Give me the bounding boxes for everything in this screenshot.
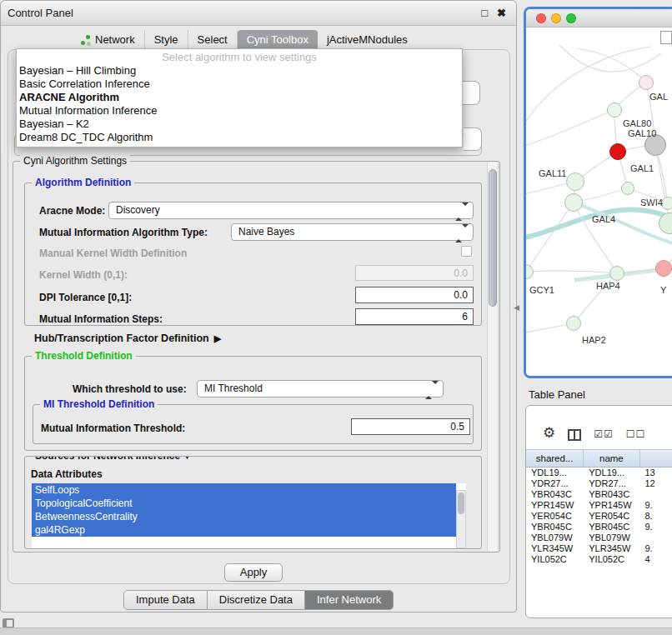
table-row[interactable]: YER054CYER054C8. (526, 511, 672, 522)
table-row[interactable]: YLR345WYLR345W9. (526, 543, 672, 554)
gear-icon[interactable]: ⚙ (543, 426, 555, 441)
network-titlebar[interactable] (526, 9, 672, 28)
network-view-window[interactable]: GALGAL80GAL10GAL11GAL1SWI4GAL4GCY1HAP4YH… (524, 7, 672, 378)
table-row[interactable]: YBL079WYBL079W (526, 532, 672, 543)
close-light[interactable] (536, 13, 546, 23)
table-cell: YPR145W (526, 500, 584, 511)
bottom-tabs: Impute DataDiscretize DataInfer Network (123, 590, 394, 610)
node-label-gal11: GAL11 (539, 168, 566, 178)
aracne-mode-select[interactable]: Discovery (108, 202, 474, 219)
algorithm-option-basic-correlation-inference[interactable]: Basic Correlation Inference (17, 78, 462, 91)
tab-jactivemnodules[interactable]: jActiveMNodules (318, 30, 417, 49)
data-attribute-item-selfloops[interactable]: SelfLoops (32, 483, 456, 497)
network-node-pink-right[interactable] (655, 260, 672, 277)
dpi-tolerance-value: 0.0 (356, 288, 468, 302)
columns-icon[interactable] (568, 429, 581, 441)
hub-definition-label: Hub/Transcription Factor Definition (34, 332, 209, 344)
algorithm-option-bayesian-hill-climbing[interactable]: Bayesian – Hill Climbing (17, 64, 462, 78)
mi-threshold-value: 0.5 (352, 419, 464, 434)
network-node-gal4-green[interactable] (564, 193, 583, 212)
which-threshold-value: MI Threshold (204, 381, 443, 397)
manual-kernel-label: Manual Kernel Width Definition (39, 248, 187, 259)
algorithm-option-aracne-algorithm[interactable]: ARACNE Algorithm (17, 91, 462, 104)
network-node-gal11-green[interactable] (566, 172, 584, 191)
table-row[interactable]: YBR045CYBR045C9. (526, 522, 672, 532)
tab-cyni-toolbox[interactable]: Cyni Toolbox (238, 30, 318, 49)
data-attribute-item-topologicalcoefficient[interactable]: TopologicalCoefficient (32, 497, 456, 510)
table-row[interactable]: YDL19...YDL19...13 (526, 468, 672, 478)
kernel-width-field: 0.0 (355, 265, 474, 281)
table-row[interactable]: YBR043CYBR043C (526, 489, 672, 500)
tab-style[interactable]: Style (145, 30, 188, 49)
network-node-bottom-green[interactable] (566, 316, 581, 331)
table-cell: 8. (640, 511, 672, 522)
network-corner-box[interactable] (660, 31, 672, 44)
scrollbar-thumb[interactable] (489, 169, 497, 307)
table-cell: YBR045C (526, 522, 584, 532)
table-toolbar: ⚙ ☑☑ ☐☐ (526, 406, 672, 449)
list-scrollbar-thumb[interactable] (458, 492, 464, 514)
table-cell: YLR345W (584, 543, 639, 554)
tab-select[interactable]: Select (188, 30, 238, 49)
select-all-icon[interactable]: ☑☑ (594, 428, 614, 441)
data-attribute-item-betweennesscentrality[interactable]: BetweennessCentrality (32, 510, 456, 523)
bottom-tab-discretize-data[interactable]: Discretize Data (208, 590, 305, 610)
deselect-all-icon[interactable]: ☐☐ (626, 428, 646, 441)
table-cell (640, 489, 672, 500)
sources-title[interactable]: Sources for Network Inference ▼ (32, 456, 194, 462)
table-row[interactable]: YIL052CYIL052C4 (526, 554, 672, 565)
node-label-gal80: GAL80 (623, 118, 651, 128)
column-header-2[interactable] (640, 450, 672, 467)
tab-label: Network (95, 33, 135, 46)
bottom-tab-impute-data[interactable]: Impute Data (123, 590, 208, 610)
algorithm-option-mutual-information-inference[interactable]: Mutual Information Inference (17, 104, 462, 118)
dropdown-placeholder: Select algorithm to view settings (17, 51, 462, 64)
control-panel-titlebar[interactable]: Control Panel □ ✖ (1, 1, 516, 26)
mi-threshold-field[interactable]: 0.5 (351, 418, 470, 435)
bottom-tab-infer-network[interactable]: Infer Network (305, 590, 394, 610)
mi-steps-field[interactable]: 6 (355, 308, 474, 325)
mi-type-select[interactable]: Naive Bayes (231, 223, 474, 241)
data-attribute-item-gal4rgexp[interactable]: gal4RGexp (32, 523, 456, 537)
status-strip (0, 628, 672, 635)
network-node-green-top[interactable] (607, 102, 622, 118)
table-cell: YDL19... (584, 468, 639, 478)
restore-icon[interactable]: □ (481, 1, 488, 26)
table-row[interactable]: YDR27...YDR27...12 (526, 478, 672, 489)
network-node-gal10-red[interactable] (609, 143, 626, 160)
tab-label: Cyni Toolbox (247, 33, 308, 46)
minimize-light[interactable] (551, 13, 561, 23)
manual-kernel-checkbox[interactable] (461, 246, 472, 257)
zoom-light[interactable] (566, 13, 576, 23)
node-label-y: Y (660, 285, 666, 295)
column-header-1[interactable]: name (584, 450, 639, 467)
column-header-0[interactable]: shared... (526, 450, 584, 467)
table-row[interactable]: YPR145WYPR145W9. (526, 500, 672, 511)
table-cell: 9. (640, 543, 672, 554)
list-scrollbar[interactable] (456, 490, 466, 548)
which-threshold-select[interactable]: MI Threshold (197, 380, 444, 398)
network-canvas[interactable]: GALGAL80GAL10GAL11GAL1SWI4GAL4GCY1HAP4YH… (526, 28, 672, 376)
combo-arrows-icon (455, 206, 469, 218)
node-label-gal1: GAL1 (630, 163, 654, 173)
network-node-mid-green[interactable] (609, 266, 624, 281)
network-node-right-small-green[interactable] (661, 197, 672, 210)
apply-button[interactable]: Apply (224, 563, 283, 582)
kernel-width-label: Kernel Width (0,1): (39, 269, 128, 281)
splitter-collapse-icon[interactable]: ◀ (514, 303, 519, 312)
network-node-gal1-green[interactable] (621, 182, 634, 195)
table-body: YDL19...YDL19...13YDR27...YDR27...12YBR0… (526, 468, 672, 565)
network-node-pink-top[interactable] (639, 75, 654, 90)
hub-definition-toggle[interactable]: Hub/Transcription Factor Definition▶ (34, 332, 221, 344)
mi-threshold-label: Mutual Information Threshold: (41, 422, 185, 434)
algorithm-option-dream8-dc-tdc-algorithm[interactable]: Dream8 DC_TDC Algorithm (17, 131, 462, 144)
close-icon[interactable]: ✖ (497, 1, 506, 26)
data-attributes-list[interactable]: SelfLoopsTopologicalCoefficientBetweenne… (32, 483, 466, 548)
tab-network[interactable]: Network (71, 30, 145, 49)
settings-scrollbar[interactable] (487, 162, 499, 551)
table-cell: YDR27... (526, 478, 584, 489)
algorithm-option-bayesian-k2[interactable]: Bayesian – K2 (17, 118, 462, 131)
data-attributes-label: Data Attributes (31, 468, 103, 480)
dpi-tolerance-field[interactable]: 0.0 (355, 287, 474, 303)
dpi-tolerance-label: DPI Tolerance [0,1]: (39, 292, 132, 303)
